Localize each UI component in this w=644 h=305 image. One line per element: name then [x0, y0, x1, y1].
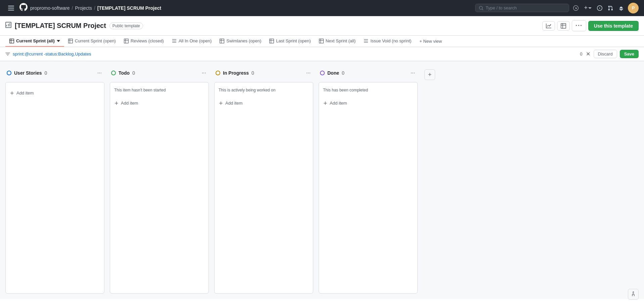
add-button[interactable]: +: [583, 3, 593, 13]
column-header-done: Done 0 ···: [319, 67, 418, 79]
column-user-stories: User Stories 0 ··· Add item: [5, 67, 104, 294]
new-view-button[interactable]: + New view: [415, 36, 446, 46]
add-item-icon-in-progress: [219, 101, 223, 106]
status-dot-in-progress: [216, 71, 220, 75]
add-column-button[interactable]: +: [424, 69, 435, 80]
tab-all-in-one[interactable]: All In One (open): [168, 36, 216, 47]
save-button[interactable]: Save: [620, 50, 639, 58]
tab-icon-issue-void: [364, 39, 368, 43]
tab-icon-last-sprint: [269, 39, 274, 43]
breadcrumb-sep-2: /: [94, 5, 95, 11]
filter-bar: sprint:@current -status:Backlog,Updates …: [0, 47, 644, 61]
filter-text: sprint:@current -status:Backlog,Updates: [13, 51, 91, 56]
table-view-button[interactable]: [557, 21, 570, 31]
tab-current-sprint-open[interactable]: Current Sprint (open): [64, 36, 120, 47]
column-name-user-stories: User Stories: [14, 70, 42, 76]
breadcrumb-org[interactable]: propromo-software: [30, 5, 70, 11]
tab-label-reviews-closed: Reviews (closed): [131, 38, 164, 43]
column-title-group-user-stories: User Stories 0: [7, 70, 47, 76]
breadcrumb-section[interactable]: Projects: [75, 5, 92, 11]
discard-button[interactable]: Discard: [594, 50, 617, 58]
tab-next-sprint[interactable]: Next Sprint (all): [315, 36, 360, 47]
column-body-done: This has been completed Add item: [319, 82, 418, 294]
sub-header-left: [TEMPLATE] SCRUM Project Public template: [5, 22, 143, 30]
navbar: propromo-software / Projects / [TEMPLATE…: [0, 0, 644, 16]
column-count-done: 0: [342, 70, 344, 76]
add-item-icon-user-stories: [10, 91, 14, 96]
use-template-button[interactable]: Use this template: [588, 21, 639, 31]
tab-last-sprint[interactable]: Last Sprint (open): [265, 36, 315, 47]
tab-reviews-closed[interactable]: Reviews (closed): [120, 36, 168, 47]
column-title-group-done: Done 0: [320, 70, 344, 76]
tab-icon-swimlanes: [220, 39, 224, 43]
tab-label-current-sprint-open: Current Sprint (open): [75, 38, 116, 43]
filter-count: 0: [580, 51, 582, 56]
filter-bar-right: 0 ✕ Discard Save: [580, 50, 639, 58]
tab-label-all-in-one: All In One (open): [179, 38, 212, 43]
tab-icon-all-in-one: [172, 39, 177, 43]
column-body-user-stories: Add item: [5, 82, 104, 294]
dropdown-icon: [588, 6, 592, 10]
avatar[interactable]: P: [628, 3, 639, 13]
tab-icon-reviews: [124, 39, 129, 43]
column-menu-todo[interactable]: ···: [200, 69, 208, 77]
column-count-in-progress: 0: [251, 70, 254, 76]
tab-current-sprint-all[interactable]: Current Sprint (all): [5, 36, 64, 47]
copilot-button[interactable]: [572, 4, 580, 12]
tabs-bar: Current Sprint (all) Current Sprint (ope…: [0, 36, 644, 47]
add-item-label-done: Add item: [330, 101, 347, 106]
column-header-in-progress: In Progress 0 ···: [214, 67, 313, 79]
project-title: [TEMPLATE] SCRUM Project: [15, 22, 106, 30]
add-item-todo[interactable]: Add item: [113, 98, 206, 108]
issues-button[interactable]: [596, 4, 604, 12]
status-dot-todo: [111, 71, 116, 75]
add-item-in-progress[interactable]: Add item: [217, 98, 310, 108]
column-count-todo: 0: [132, 70, 135, 76]
column-name-in-progress: In Progress: [223, 70, 249, 76]
column-menu-in-progress[interactable]: ···: [305, 69, 312, 77]
column-title-group-todo: Todo 0: [111, 70, 135, 76]
tab-label-swimlanes: Swimlanes (open): [226, 38, 261, 43]
column-body-todo: This item hasn't been started Add item: [110, 82, 209, 294]
add-item-label-user-stories: Add item: [16, 90, 34, 96]
add-item-done[interactable]: Add item: [322, 98, 415, 108]
navbar-left: propromo-software / Projects / [TEMPLATE…: [5, 3, 161, 13]
column-subtitle-in-progress: This is actively being worked on: [217, 85, 310, 95]
column-menu-done[interactable]: ···: [409, 69, 416, 77]
notifications-button[interactable]: [617, 4, 625, 12]
tab-label-last-sprint: Last Sprint (open): [276, 38, 311, 43]
column-todo: Todo 0 ··· This item hasn't been started…: [110, 67, 209, 294]
pull-requests-button[interactable]: [606, 4, 614, 12]
github-logo[interactable]: [19, 3, 28, 13]
add-column-area: +: [423, 67, 436, 294]
tab-issue-void[interactable]: Issue Void (no sprint): [360, 36, 415, 47]
hamburger-icon: [7, 4, 15, 12]
search-box[interactable]: Type / to search: [475, 4, 569, 12]
accessibility-icon[interactable]: [628, 289, 639, 299]
tab-label-next-sprint: Next Sprint (all): [326, 38, 356, 43]
hamburger-menu-button[interactable]: [5, 3, 17, 13]
clear-filter-button[interactable]: ✕: [585, 50, 591, 58]
add-item-label-in-progress: Add item: [225, 101, 242, 106]
column-title-group-in-progress: In Progress 0: [216, 70, 254, 76]
breadcrumb-project: [TEMPLATE] SCRUM Project: [97, 5, 161, 11]
navbar-right: Type / to search +: [475, 3, 639, 13]
add-item-user-stories[interactable]: Add item: [8, 88, 101, 98]
sub-header: [TEMPLATE] SCRUM Project Public template…: [0, 16, 644, 36]
column-name-todo: Todo: [119, 70, 130, 76]
search-placeholder: Type / to search: [486, 5, 517, 10]
tab-swimlanes[interactable]: Swimlanes (open): [216, 36, 265, 47]
tab-dropdown-icon: [57, 39, 60, 43]
add-item-label-todo: Add item: [121, 101, 138, 106]
filter-icon: [5, 52, 10, 56]
tab-label-current-sprint-all: Current Sprint (all): [16, 38, 55, 43]
project-icon: [5, 22, 11, 30]
tab-label-issue-void: Issue Void (no sprint): [370, 38, 411, 43]
column-menu-user-stories[interactable]: ···: [96, 69, 103, 77]
status-dot-user-stories: [7, 71, 11, 75]
column-subtitle-todo: This item hasn't been started: [113, 85, 206, 95]
more-options-button[interactable]: ···: [572, 20, 586, 31]
column-body-in-progress: This is actively being worked on Add ite…: [214, 82, 313, 294]
add-icon: +: [584, 4, 588, 11]
chart-view-button[interactable]: [542, 21, 555, 31]
